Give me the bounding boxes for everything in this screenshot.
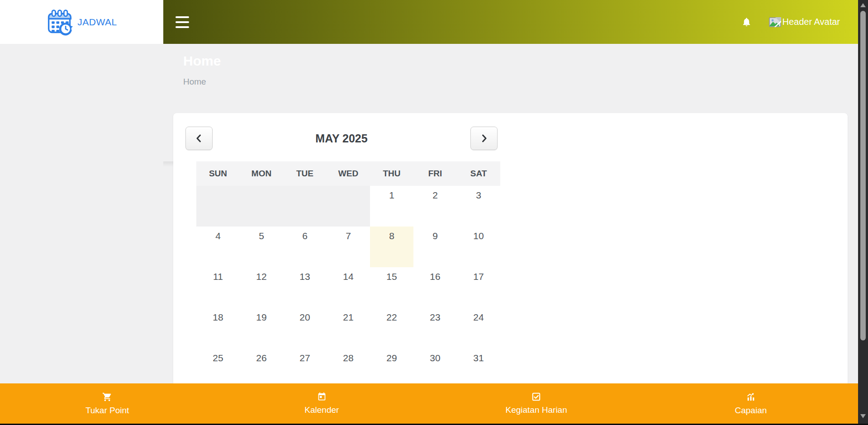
calendar-grid: SUN MON TUE WED THU FRI SAT 123456789101…: [196, 161, 500, 389]
topbar-right-group: Header Avatar: [741, 17, 859, 27]
brand-logo[interactable]: JADWAL: [0, 0, 163, 44]
calendar-day-cell[interactable]: 2: [413, 186, 457, 227]
calendar-icon: [317, 392, 327, 401]
calendar-month-title: MAY 2025: [185, 127, 498, 150]
nav-item-tukar-point[interactable]: Tukar Point: [0, 383, 214, 424]
nav-item-kegiatan-harian[interactable]: Kegiatan Harian: [429, 383, 644, 424]
bottom-navigation-bar: Tukar Point Kalender Kegiatan Harian: [0, 383, 858, 424]
calendar-empty-cell: [240, 186, 283, 227]
chevron-left-icon: [194, 133, 204, 144]
cart-icon: [102, 392, 112, 402]
menu-icon[interactable]: [175, 16, 189, 28]
nav-label-kegiatan-harian: Kegiatan Harian: [505, 405, 567, 415]
nav-label-capaian: Capaian: [735, 406, 767, 416]
prev-month-button[interactable]: [185, 127, 213, 150]
chart-icon: [746, 392, 756, 402]
calendar-day-cell[interactable]: 17: [457, 267, 500, 308]
nav-item-kalender[interactable]: Kalender: [214, 383, 429, 424]
calendar-day-cell[interactable]: 8: [370, 227, 413, 267]
calendar-day-cell[interactable]: 5: [240, 227, 283, 267]
day-header-thu: THU: [370, 161, 413, 186]
calendar-week-row: 18192021222324: [196, 308, 500, 349]
scrollbar-thumb[interactable]: [860, 11, 866, 340]
calendar-day-cell[interactable]: 14: [327, 267, 370, 308]
task-check-icon: [531, 392, 541, 401]
day-header-mon: MON: [240, 161, 283, 186]
day-header-fri: FRI: [413, 161, 457, 186]
calendar-day-cell[interactable]: 10: [457, 227, 500, 267]
calendar-day-cell[interactable]: 12: [240, 267, 283, 308]
calendar-day-cell[interactable]: 6: [283, 227, 327, 267]
top-app-bar: Header Avatar: [163, 0, 858, 44]
nav-item-capaian[interactable]: Capaian: [644, 383, 858, 424]
day-header-tue: TUE: [283, 161, 327, 186]
calendar-day-cell[interactable]: 7: [327, 227, 370, 267]
calendar-body: 1234567891011121314151617181920212223242…: [196, 186, 500, 389]
brand-name: JADWAL: [77, 17, 117, 28]
scrollbar-down-arrow[interactable]: [860, 414, 866, 418]
calendar-day-cell[interactable]: 19: [240, 308, 283, 349]
calendar-day-cell[interactable]: 22: [370, 308, 413, 349]
calendar-clock-logo-icon: [46, 9, 73, 36]
day-header-sun: SUN: [196, 161, 240, 186]
calendar-day-cell[interactable]: 3: [457, 186, 500, 227]
notifications-bell-icon[interactable]: [741, 17, 752, 27]
calendar-day-cell[interactable]: 20: [283, 308, 327, 349]
calendar-day-cell[interactable]: 4: [196, 227, 240, 267]
calendar-week-row: 123: [196, 186, 500, 227]
calendar-toolbar: MAY 2025: [185, 127, 498, 150]
calendar-empty-cell: [196, 186, 240, 227]
calendar-widget: MAY 2025 SUN MON TUE WED THU FRI SAT: [185, 127, 498, 389]
calendar-card: MAY 2025 SUN MON TUE WED THU FRI SAT: [173, 113, 848, 425]
calendar-day-cell[interactable]: 24: [457, 308, 500, 349]
calendar-day-cell[interactable]: 15: [370, 267, 413, 308]
calendar-day-cell[interactable]: 23: [413, 308, 457, 349]
calendar-week-row: 45678910: [196, 227, 500, 267]
calendar-day-header-row: SUN MON TUE WED THU FRI SAT: [196, 161, 500, 186]
calendar-week-row: 11121314151617: [196, 267, 500, 308]
calendar-day-cell[interactable]: 21: [327, 308, 370, 349]
chevron-right-icon: [479, 133, 489, 144]
nav-label-kalender: Kalender: [304, 405, 339, 415]
scrollbar: [858, 0, 868, 425]
calendar-day-cell[interactable]: 16: [413, 267, 457, 308]
calendar-day-cell[interactable]: 18: [196, 308, 240, 349]
calendar-day-cell[interactable]: 9: [413, 227, 457, 267]
page-title: Home: [183, 53, 221, 69]
calendar-empty-cell: [327, 186, 370, 227]
scrollbar-up-arrow[interactable]: [860, 3, 866, 7]
header-avatar[interactable]: Header Avatar: [769, 17, 840, 27]
calendar-empty-cell: [283, 186, 327, 227]
day-header-wed: WED: [327, 161, 370, 186]
avatar-alt-text: Header Avatar: [783, 17, 840, 27]
calendar-day-cell[interactable]: 11: [196, 267, 240, 308]
next-month-button[interactable]: [470, 127, 498, 150]
nav-label-tukar-point: Tukar Point: [85, 406, 129, 416]
broken-image-icon: [769, 17, 781, 27]
day-header-sat: SAT: [457, 161, 500, 186]
content-header-divider: [163, 161, 173, 167]
breadcrumb[interactable]: Home: [183, 77, 206, 87]
calendar-day-cell[interactable]: 1: [370, 186, 413, 227]
calendar-day-cell[interactable]: 13: [283, 267, 327, 308]
